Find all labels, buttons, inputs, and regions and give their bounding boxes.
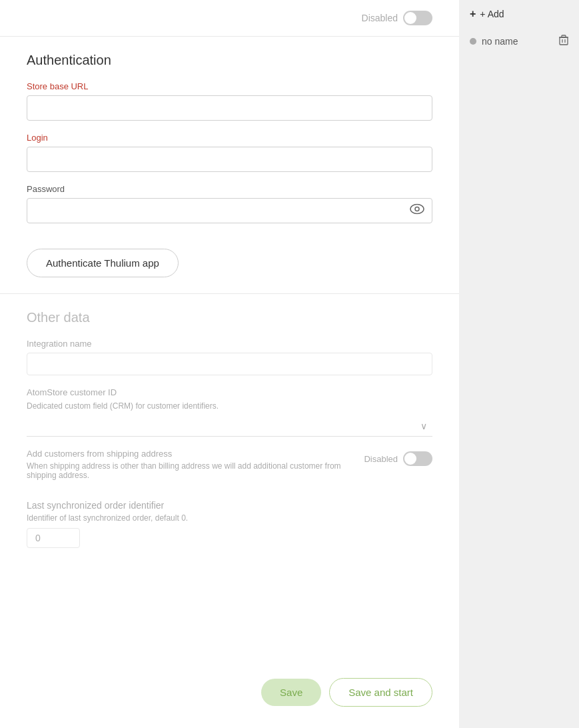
add-label: + Add (480, 9, 504, 19)
atomstore-customer-id-group: AtomStore customer ID Dedicated custom f… (27, 387, 432, 437)
login-input[interactable] (27, 147, 432, 172)
atomstore-customer-id-select[interactable] (27, 415, 432, 437)
delete-icon[interactable] (559, 35, 568, 47)
other-data-title: Other data (27, 310, 432, 325)
dot-icon (470, 38, 476, 45)
svg-point-0 (410, 205, 424, 214)
top-toggle-slider (403, 11, 432, 25)
top-toggle-label: Disabled (362, 13, 398, 23)
add-customers-row: Add customers from shipping address When… (27, 449, 432, 484)
other-data-section: Other data Integration name AtomStore cu… (0, 294, 459, 631)
svg-point-1 (415, 207, 419, 211)
top-toggle-switch[interactable] (403, 11, 432, 25)
password-input[interactable] (27, 198, 432, 223)
integration-name-label: Integration name (27, 339, 432, 349)
add-customers-label: Add customers from shipping address (27, 449, 353, 459)
atomstore-customer-id-label: AtomStore customer ID (27, 387, 432, 397)
plus-icon: + (470, 8, 476, 20)
add-customers-toggle-right: Disabled (364, 449, 432, 466)
footer-buttons: Save Save and start (261, 678, 432, 707)
last-sync-description: Identifier of last synchronized order, d… (27, 513, 432, 523)
store-base-url-label: Store base URL (27, 81, 432, 91)
authentication-title: Authentication (27, 53, 432, 68)
last-sync-section: Last synchronized order identifier Ident… (27, 500, 432, 548)
top-toggle-section: Disabled (0, 0, 459, 37)
atomstore-customer-id-description: Dedicated custom field (CRM) for custome… (27, 401, 432, 411)
add-customers-description: When shipping address is other than bill… (27, 461, 353, 480)
login-label: Login (27, 133, 432, 143)
store-base-url-group: Store base URL (27, 81, 432, 121)
add-customers-toggle-switch[interactable] (403, 451, 432, 466)
add-customers-text: Add customers from shipping address When… (27, 449, 353, 484)
add-customers-toggle-label: Disabled (364, 454, 398, 464)
password-wrapper (27, 198, 432, 223)
integration-name-input[interactable] (27, 353, 432, 375)
save-and-start-button[interactable]: Save and start (329, 678, 432, 707)
password-label: Password (27, 184, 432, 194)
sidebar: + + Add no name (459, 0, 579, 728)
svg-rect-2 (560, 37, 568, 45)
atomstore-customer-id-select-wrapper: ∨ (27, 415, 432, 437)
add-customers-toggle-slider (403, 451, 432, 466)
last-sync-input[interactable]: 0 (27, 528, 80, 548)
svg-rect-4 (562, 35, 566, 37)
store-base-url-input[interactable] (27, 95, 432, 121)
sidebar-item-left: no name (470, 36, 518, 47)
eye-icon[interactable] (410, 204, 424, 218)
authentication-section: Authentication Store base URL Login Pass… (0, 37, 459, 294)
integration-name-group: Integration name (27, 339, 432, 375)
login-group: Login (27, 133, 432, 172)
sidebar-item-name: no name (482, 36, 518, 47)
authenticate-button[interactable]: Authenticate Thulium app (27, 249, 179, 277)
save-button[interactable]: Save (261, 679, 321, 706)
password-group: Password (27, 184, 432, 223)
last-sync-label: Last synchronized order identifier (27, 500, 432, 511)
sidebar-item-no-name[interactable]: no name (459, 28, 579, 54)
add-button[interactable]: + + Add (459, 0, 579, 28)
